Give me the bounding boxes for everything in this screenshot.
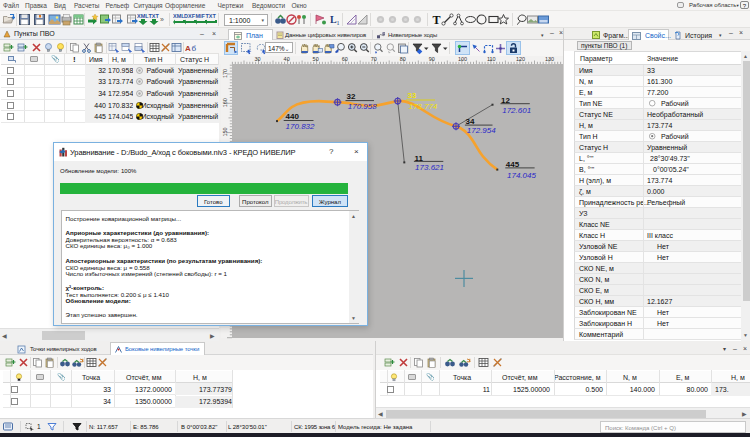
svg-text:120: 120 — [516, 56, 525, 62]
svg-text:100: 100 — [458, 56, 467, 62]
svg-text:170: 170 — [222, 69, 228, 78]
svg-text:1: 1 — [337, 20, 340, 26]
svg-text:173.621: 173.621 — [415, 163, 444, 172]
svg-text:T: T — [433, 13, 441, 26]
svg-text:33: 33 — [407, 91, 416, 100]
svg-text:170.832: 170.832 — [286, 122, 315, 131]
svg-text:110: 110 — [487, 56, 496, 62]
svg-text:172.954: 172.954 — [467, 126, 496, 135]
svg-text:80: 80 — [400, 56, 406, 62]
svg-text:б: б — [192, 43, 197, 52]
svg-text:40: 40 — [284, 56, 290, 62]
svg-text:445: 445 — [506, 160, 520, 169]
svg-text:160: 160 — [222, 98, 228, 107]
svg-text:90: 90 — [429, 56, 435, 62]
svg-text:34: 34 — [466, 117, 475, 126]
svg-text:TXT: TXT — [206, 13, 217, 19]
svg-text:DXF: DXF — [184, 13, 196, 19]
svg-text:TXT: TXT — [149, 13, 160, 19]
svg-text:173.774: 173.774 — [408, 102, 437, 111]
svg-text:150: 150 — [222, 127, 228, 136]
svg-text:60: 60 — [342, 56, 348, 62]
svg-text:»: » — [160, 16, 164, 23]
svg-text:32: 32 — [347, 92, 356, 101]
svg-text:170.958: 170.958 — [348, 102, 377, 111]
svg-text:172.601: 172.601 — [502, 106, 531, 115]
svg-text:30: 30 — [255, 56, 261, 62]
svg-text:А: А — [185, 43, 191, 52]
svg-text:440: 440 — [286, 112, 300, 121]
svg-text:50: 50 — [313, 56, 319, 62]
svg-text:70: 70 — [371, 56, 377, 62]
svg-text:174.045: 174.045 — [507, 171, 536, 180]
svg-text:130: 130 — [545, 56, 554, 62]
